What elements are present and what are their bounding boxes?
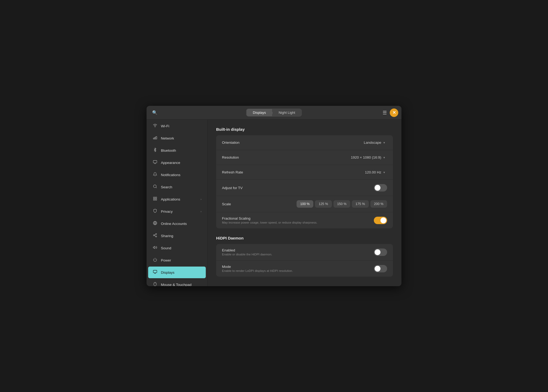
- refresh-rate-value: 120.00 Hz: [365, 170, 381, 174]
- sidebar-item-displays[interactable]: Displays: [148, 267, 206, 278]
- svg-rect-10: [155, 197, 157, 198]
- close-icon: ✕: [392, 110, 396, 115]
- sidebar-label-applications: Applications: [161, 197, 197, 201]
- svg-point-7: [153, 185, 156, 188]
- adjust-tv-control: [374, 184, 387, 191]
- orientation-dropdown[interactable]: Landscape ▾: [362, 140, 387, 146]
- online-accounts-icon: [152, 221, 158, 226]
- svg-rect-11: [153, 199, 155, 200]
- sidebar-label-wifi: Wi-Fi: [161, 124, 202, 128]
- sidebar-item-search[interactable]: Search: [148, 181, 206, 193]
- resolution-label: Resolution: [222, 155, 349, 159]
- svg-line-19: [155, 234, 156, 235]
- adjust-tv-label: Adjust for TV: [222, 186, 374, 190]
- header-center: Displays Night Light: [246, 109, 302, 116]
- sidebar-item-network[interactable]: Network: [148, 132, 206, 144]
- bluetooth-icon: [152, 148, 158, 153]
- orientation-row: Orientation Landscape ▾: [216, 135, 393, 150]
- tab-night-light[interactable]: Night Light: [272, 109, 301, 116]
- sidebar-item-notifications[interactable]: Notifications: [148, 169, 206, 181]
- refresh-rate-dropdown[interactable]: 120.00 Hz ▾: [363, 169, 387, 175]
- scale-control: 100 % 125 % 150 % 175 % 200 %: [297, 200, 387, 208]
- hidpi-mode-row: Mode Enable to render LoDPI displays at …: [216, 260, 393, 277]
- network-icon: [152, 136, 158, 141]
- fractional-scaling-row: Fractional Scaling May increase power us…: [216, 212, 393, 228]
- scale-175[interactable]: 175 %: [352, 200, 369, 208]
- sidebar-label-notifications: Notifications: [161, 173, 202, 177]
- hidpi-enabled-toggle[interactable]: [374, 249, 387, 256]
- applications-icon: [152, 197, 158, 202]
- fractional-scaling-toggle[interactable]: [374, 217, 387, 224]
- tab-group: Displays Night Light: [246, 109, 302, 116]
- hidpi-enabled-control: [374, 249, 387, 256]
- sidebar-label-sharing: Sharing: [161, 234, 202, 238]
- svg-rect-22: [153, 270, 157, 273]
- search-button[interactable]: 🔍: [150, 108, 160, 118]
- sidebar-label-bluetooth: Bluetooth: [161, 149, 202, 153]
- sidebar-item-applications[interactable]: Applications ›: [148, 193, 206, 205]
- sidebar-label-displays: Displays: [161, 271, 202, 275]
- close-button[interactable]: ✕: [390, 108, 398, 117]
- sidebar-item-online-accounts[interactable]: Online Accounts: [148, 218, 206, 229]
- refresh-rate-row: Refresh Rate 120.00 Hz ▾: [216, 165, 393, 180]
- scale-200[interactable]: 200 %: [370, 200, 387, 208]
- sidebar-item-power[interactable]: Power: [148, 254, 206, 266]
- sidebar-label-search: Search: [161, 185, 202, 189]
- tab-displays[interactable]: Displays: [246, 109, 272, 116]
- sharing-icon: [152, 233, 158, 238]
- search-icon: 🔍: [152, 110, 157, 115]
- builtin-display-card: Orientation Landscape ▾ Resolution: [216, 135, 393, 228]
- resolution-dropdown[interactable]: 1920 × 1080 (16:9) ▾: [349, 154, 387, 160]
- displays-icon: [152, 270, 158, 275]
- svg-point-15: [156, 233, 157, 234]
- resolution-value: 1920 × 1080 (16:9): [351, 155, 381, 159]
- scale-125[interactable]: 125 %: [315, 200, 332, 208]
- resolution-arrow: ▾: [383, 156, 385, 159]
- adjust-tv-toggle[interactable]: [374, 184, 387, 191]
- scale-100[interactable]: 100 %: [297, 200, 313, 208]
- refresh-rate-control: 120.00 Hz ▾: [363, 169, 387, 175]
- sidebar-item-sharing[interactable]: Sharing: [148, 230, 206, 242]
- refresh-rate-label: Refresh Rate: [222, 170, 363, 174]
- sidebar-item-wifi[interactable]: Wi-Fi: [148, 120, 206, 132]
- privacy-icon: [152, 209, 158, 214]
- svg-line-18: [155, 236, 156, 236]
- svg-line-8: [156, 187, 157, 188]
- sidebar-item-sound[interactable]: Sound: [148, 242, 206, 254]
- orientation-value: Landscape: [364, 141, 381, 145]
- hidpi-enabled-label: Enabled Enable or disable the HiDPI daem…: [222, 248, 374, 256]
- hidpi-daemon-title: HiDPI Daemon: [216, 236, 393, 240]
- svg-point-0: [155, 127, 155, 127]
- fractional-scaling-control: [374, 217, 387, 224]
- refresh-rate-arrow: ▾: [383, 171, 385, 174]
- sidebar-item-privacy[interactable]: Privacy ›: [148, 206, 206, 217]
- svg-rect-3: [156, 137, 157, 139]
- hidpi-daemon-section: HiDPI Daemon Enabled Enable or disable t…: [216, 236, 393, 277]
- search-sidebar-icon: [152, 184, 158, 190]
- fractional-scaling-label: Fractional Scaling May increase power us…: [222, 216, 374, 224]
- sidebar-label-mouse-touchpad: Mouse & Touchpad: [161, 283, 202, 286]
- sidebar-label-privacy: Privacy: [161, 210, 197, 214]
- sidebar-label-appearance: Appearance: [161, 161, 202, 165]
- sidebar: Wi-Fi Network Bluetooth Appearance: [147, 120, 208, 286]
- sidebar-item-bluetooth[interactable]: Bluetooth: [148, 145, 206, 156]
- hidpi-enabled-row: Enabled Enable or disable the HiDPI daem…: [216, 244, 393, 260]
- svg-rect-9: [153, 197, 155, 198]
- resolution-row: Resolution 1920 × 1080 (16:9) ▾: [216, 150, 393, 165]
- sidebar-item-appearance[interactable]: Appearance: [148, 157, 206, 168]
- scale-row: Scale 100 % 125 % 150 % 175 % 200 %: [216, 196, 393, 212]
- svg-point-16: [153, 235, 155, 236]
- menu-button[interactable]: ☰: [380, 108, 390, 118]
- sidebar-label-power: Power: [161, 258, 202, 262]
- settings-window: 🔍 Settings ☰ Displays Night Light ✕ Wi-F…: [147, 106, 401, 286]
- hidpi-mode-toggle[interactable]: [374, 265, 387, 272]
- scale-label: Scale: [222, 202, 297, 206]
- sidebar-label-sound: Sound: [161, 246, 202, 250]
- svg-rect-4: [153, 160, 157, 163]
- header: 🔍 Settings ☰ Displays Night Light ✕: [147, 106, 401, 120]
- main-content: Built-in display Orientation Landscape ▾: [208, 120, 401, 286]
- sidebar-item-mouse-touchpad[interactable]: Mouse & Touchpad: [148, 279, 206, 286]
- body: Wi-Fi Network Bluetooth Appearance: [147, 120, 401, 286]
- scale-150[interactable]: 150 %: [333, 200, 350, 208]
- wifi-icon: [152, 123, 158, 129]
